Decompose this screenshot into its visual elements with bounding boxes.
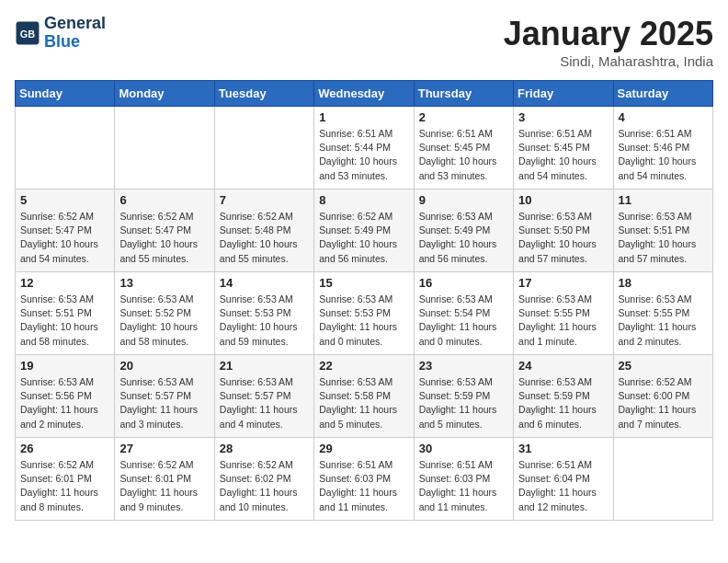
day-number: 26 [20, 442, 109, 455]
day-info: Sunrise: 6:53 AMSunset: 5:58 PMDaylight:… [319, 375, 408, 431]
day-info: Sunrise: 6:53 AMSunset: 5:59 PMDaylight:… [419, 375, 508, 431]
calendar-cell [613, 438, 712, 521]
day-number: 4 [619, 110, 708, 124]
day-info: Sunrise: 6:52 AMSunset: 6:01 PMDaylight:… [119, 458, 209, 514]
day-number: 12 [20, 276, 109, 290]
calendar-cell: 28Sunrise: 6:52 AMSunset: 6:02 PMDayligh… [214, 438, 313, 521]
calendar-cell: 18Sunrise: 6:53 AMSunset: 5:55 PMDayligh… [613, 272, 712, 355]
day-info: Sunrise: 6:52 AMSunset: 5:49 PMDaylight:… [319, 210, 408, 266]
day-number: 31 [518, 442, 608, 455]
title-area: January 2025 Sindi, Maharashtra, India [504, 15, 713, 69]
day-number: 14 [220, 276, 309, 290]
day-number: 25 [619, 359, 708, 373]
day-info: Sunrise: 6:53 AMSunset: 5:56 PMDaylight:… [20, 375, 109, 431]
day-number: 11 [619, 193, 708, 207]
calendar-cell: 31Sunrise: 6:51 AMSunset: 6:04 PMDayligh… [514, 438, 613, 521]
week-row-5: 26Sunrise: 6:52 AMSunset: 6:01 PMDayligh… [16, 438, 713, 521]
day-number: 29 [319, 442, 408, 455]
calendar-cell: 30Sunrise: 6:51 AMSunset: 6:03 PMDayligh… [414, 438, 513, 521]
day-info: Sunrise: 6:53 AMSunset: 5:52 PMDaylight:… [119, 293, 209, 349]
day-number: 15 [319, 276, 408, 290]
calendar-cell: 24Sunrise: 6:53 AMSunset: 5:59 PMDayligh… [514, 355, 613, 438]
day-info: Sunrise: 6:53 AMSunset: 5:54 PMDaylight:… [419, 293, 508, 349]
calendar-table: SundayMondayTuesdayWednesdayThursdayFrid… [15, 80, 713, 521]
calendar-cell: 13Sunrise: 6:53 AMSunset: 5:52 PMDayligh… [115, 272, 214, 355]
logo-icon: GB [15, 20, 40, 46]
calendar-cell: 29Sunrise: 6:51 AMSunset: 6:03 PMDayligh… [314, 438, 414, 521]
weekday-header-tuesday: Tuesday [214, 81, 313, 107]
day-info: Sunrise: 6:51 AMSunset: 5:45 PMDaylight:… [419, 127, 508, 183]
day-number: 3 [518, 110, 608, 124]
day-number: 9 [419, 193, 508, 207]
day-number: 21 [220, 359, 309, 373]
calendar-cell [214, 107, 313, 190]
calendar-cell: 23Sunrise: 6:53 AMSunset: 5:59 PMDayligh… [414, 355, 513, 438]
logo-general: General [44, 15, 106, 33]
calendar-cell [16, 107, 115, 190]
day-number: 8 [319, 193, 408, 207]
calendar-cell: 19Sunrise: 6:53 AMSunset: 5:56 PMDayligh… [16, 355, 115, 438]
day-number: 1 [319, 110, 408, 124]
calendar-cell: 15Sunrise: 6:53 AMSunset: 5:53 PMDayligh… [314, 272, 414, 355]
calendar-cell: 4Sunrise: 6:51 AMSunset: 5:46 PMDaylight… [613, 107, 712, 190]
logo: GB General Blue [15, 15, 106, 52]
day-info: Sunrise: 6:53 AMSunset: 5:59 PMDaylight:… [518, 375, 608, 431]
day-number: 10 [518, 193, 608, 207]
calendar-cell: 25Sunrise: 6:52 AMSunset: 6:00 PMDayligh… [613, 355, 712, 438]
day-number: 16 [419, 276, 508, 290]
week-row-4: 19Sunrise: 6:53 AMSunset: 5:56 PMDayligh… [16, 355, 713, 438]
day-info: Sunrise: 6:53 AMSunset: 5:55 PMDaylight:… [518, 293, 608, 349]
calendar-cell: 20Sunrise: 6:53 AMSunset: 5:57 PMDayligh… [115, 355, 214, 438]
day-number: 7 [220, 193, 309, 207]
week-row-2: 5Sunrise: 6:52 AMSunset: 5:47 PMDaylight… [16, 190, 713, 272]
weekday-header-friday: Friday [514, 81, 613, 107]
week-row-1: 1Sunrise: 6:51 AMSunset: 5:44 PMDaylight… [16, 107, 713, 190]
day-info: Sunrise: 6:52 AMSunset: 6:00 PMDaylight:… [619, 375, 708, 431]
weekday-header-sunday: Sunday [16, 81, 115, 107]
calendar-cell: 3Sunrise: 6:51 AMSunset: 5:45 PMDaylight… [514, 107, 613, 190]
day-info: Sunrise: 6:53 AMSunset: 5:53 PMDaylight:… [220, 293, 309, 349]
weekday-header-thursday: Thursday [414, 81, 513, 107]
day-info: Sunrise: 6:51 AMSunset: 6:04 PMDaylight:… [518, 458, 608, 514]
day-info: Sunrise: 6:53 AMSunset: 5:51 PMDaylight:… [20, 293, 109, 349]
day-info: Sunrise: 6:51 AMSunset: 6:03 PMDaylight:… [419, 458, 508, 514]
day-info: Sunrise: 6:51 AMSunset: 6:03 PMDaylight:… [319, 458, 408, 514]
calendar-cell: 9Sunrise: 6:53 AMSunset: 5:49 PMDaylight… [414, 190, 513, 272]
month-title: January 2025 [504, 15, 713, 53]
calendar-cell: 17Sunrise: 6:53 AMSunset: 5:55 PMDayligh… [514, 272, 613, 355]
day-number: 19 [20, 359, 109, 373]
calendar-cell: 14Sunrise: 6:53 AMSunset: 5:53 PMDayligh… [214, 272, 313, 355]
week-row-3: 12Sunrise: 6:53 AMSunset: 5:51 PMDayligh… [16, 272, 713, 355]
weekday-header-monday: Monday [115, 81, 214, 107]
day-number: 5 [20, 193, 109, 207]
calendar-cell: 5Sunrise: 6:52 AMSunset: 5:47 PMDaylight… [16, 190, 115, 272]
calendar-cell: 10Sunrise: 6:53 AMSunset: 5:50 PMDayligh… [514, 190, 613, 272]
day-info: Sunrise: 6:53 AMSunset: 5:55 PMDaylight:… [619, 293, 708, 349]
day-info: Sunrise: 6:52 AMSunset: 6:02 PMDaylight:… [220, 458, 309, 514]
calendar-cell: 1Sunrise: 6:51 AMSunset: 5:44 PMDaylight… [314, 107, 414, 190]
day-number: 30 [419, 442, 508, 455]
day-info: Sunrise: 6:51 AMSunset: 5:44 PMDaylight:… [319, 127, 408, 183]
day-info: Sunrise: 6:53 AMSunset: 5:50 PMDaylight:… [518, 210, 608, 266]
day-number: 6 [119, 193, 209, 207]
day-number: 13 [119, 276, 209, 290]
day-info: Sunrise: 6:51 AMSunset: 5:46 PMDaylight:… [619, 127, 708, 183]
day-number: 18 [619, 276, 708, 290]
calendar-cell: 8Sunrise: 6:52 AMSunset: 5:49 PMDaylight… [314, 190, 414, 272]
logo-blue: Blue [44, 33, 106, 52]
calendar-cell: 27Sunrise: 6:52 AMSunset: 6:01 PMDayligh… [115, 438, 214, 521]
weekday-header-saturday: Saturday [613, 81, 712, 107]
header: GB General Blue January 2025 Sindi, Maha… [15, 15, 713, 69]
calendar-cell: 16Sunrise: 6:53 AMSunset: 5:54 PMDayligh… [414, 272, 513, 355]
weekday-header-row: SundayMondayTuesdayWednesdayThursdayFrid… [16, 81, 713, 107]
day-info: Sunrise: 6:53 AMSunset: 5:51 PMDaylight:… [619, 210, 708, 266]
day-number: 2 [419, 110, 508, 124]
calendar-cell: 2Sunrise: 6:51 AMSunset: 5:45 PMDaylight… [414, 107, 513, 190]
calendar-cell: 6Sunrise: 6:52 AMSunset: 5:47 PMDaylight… [115, 190, 214, 272]
day-info: Sunrise: 6:52 AMSunset: 5:47 PMDaylight:… [119, 210, 209, 266]
calendar-cell: 21Sunrise: 6:53 AMSunset: 5:57 PMDayligh… [214, 355, 313, 438]
day-info: Sunrise: 6:51 AMSunset: 5:45 PMDaylight:… [518, 127, 608, 183]
day-number: 17 [518, 276, 608, 290]
calendar-cell: 12Sunrise: 6:53 AMSunset: 5:51 PMDayligh… [16, 272, 115, 355]
day-info: Sunrise: 6:53 AMSunset: 5:57 PMDaylight:… [220, 375, 309, 431]
